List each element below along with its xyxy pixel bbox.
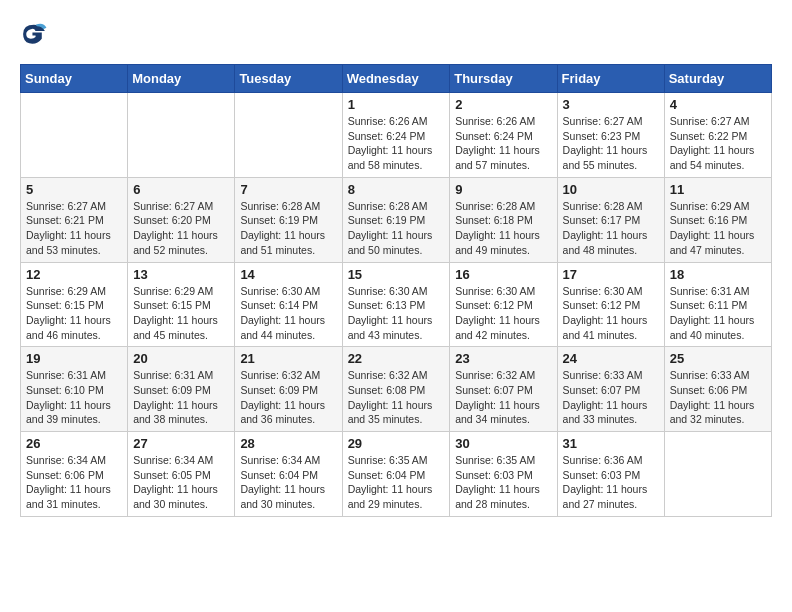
day-info: Sunrise: 6:28 AM Sunset: 6:19 PM Dayligh… <box>348 199 445 258</box>
day-number: 20 <box>133 351 229 366</box>
day-info: Sunrise: 6:30 AM Sunset: 6:12 PM Dayligh… <box>563 284 659 343</box>
calendar-cell: 3Sunrise: 6:27 AM Sunset: 6:23 PM Daylig… <box>557 93 664 178</box>
day-info: Sunrise: 6:27 AM Sunset: 6:22 PM Dayligh… <box>670 114 766 173</box>
calendar-cell <box>235 93 342 178</box>
day-info: Sunrise: 6:33 AM Sunset: 6:07 PM Dayligh… <box>563 368 659 427</box>
day-number: 3 <box>563 97 659 112</box>
day-number: 22 <box>348 351 445 366</box>
calendar-cell: 22Sunrise: 6:32 AM Sunset: 6:08 PM Dayli… <box>342 347 450 432</box>
logo <box>20 20 54 48</box>
day-number: 5 <box>26 182 122 197</box>
day-info: Sunrise: 6:31 AM Sunset: 6:10 PM Dayligh… <box>26 368 122 427</box>
calendar-week-row: 5Sunrise: 6:27 AM Sunset: 6:21 PM Daylig… <box>21 177 772 262</box>
day-number: 12 <box>26 267 122 282</box>
day-info: Sunrise: 6:32 AM Sunset: 6:08 PM Dayligh… <box>348 368 445 427</box>
calendar-cell: 24Sunrise: 6:33 AM Sunset: 6:07 PM Dayli… <box>557 347 664 432</box>
day-number: 1 <box>348 97 445 112</box>
day-info: Sunrise: 6:29 AM Sunset: 6:15 PM Dayligh… <box>26 284 122 343</box>
calendar-cell <box>21 93 128 178</box>
calendar-week-row: 12Sunrise: 6:29 AM Sunset: 6:15 PM Dayli… <box>21 262 772 347</box>
day-info: Sunrise: 6:36 AM Sunset: 6:03 PM Dayligh… <box>563 453 659 512</box>
calendar-cell: 19Sunrise: 6:31 AM Sunset: 6:10 PM Dayli… <box>21 347 128 432</box>
weekday-header: Thursday <box>450 65 557 93</box>
calendar-cell: 26Sunrise: 6:34 AM Sunset: 6:06 PM Dayli… <box>21 432 128 517</box>
day-info: Sunrise: 6:28 AM Sunset: 6:17 PM Dayligh… <box>563 199 659 258</box>
calendar-cell: 7Sunrise: 6:28 AM Sunset: 6:19 PM Daylig… <box>235 177 342 262</box>
day-number: 26 <box>26 436 122 451</box>
day-number: 19 <box>26 351 122 366</box>
day-number: 25 <box>670 351 766 366</box>
day-number: 28 <box>240 436 336 451</box>
calendar-cell <box>664 432 771 517</box>
calendar-cell: 29Sunrise: 6:35 AM Sunset: 6:04 PM Dayli… <box>342 432 450 517</box>
day-number: 16 <box>455 267 551 282</box>
day-info: Sunrise: 6:34 AM Sunset: 6:04 PM Dayligh… <box>240 453 336 512</box>
weekday-header: Sunday <box>21 65 128 93</box>
day-info: Sunrise: 6:26 AM Sunset: 6:24 PM Dayligh… <box>348 114 445 173</box>
calendar-cell: 9Sunrise: 6:28 AM Sunset: 6:18 PM Daylig… <box>450 177 557 262</box>
day-info: Sunrise: 6:35 AM Sunset: 6:04 PM Dayligh… <box>348 453 445 512</box>
weekday-header: Friday <box>557 65 664 93</box>
day-number: 11 <box>670 182 766 197</box>
calendar-header-row: SundayMondayTuesdayWednesdayThursdayFrid… <box>21 65 772 93</box>
day-number: 23 <box>455 351 551 366</box>
day-info: Sunrise: 6:28 AM Sunset: 6:18 PM Dayligh… <box>455 199 551 258</box>
calendar-cell: 31Sunrise: 6:36 AM Sunset: 6:03 PM Dayli… <box>557 432 664 517</box>
calendar-cell: 20Sunrise: 6:31 AM Sunset: 6:09 PM Dayli… <box>128 347 235 432</box>
calendar-cell: 1Sunrise: 6:26 AM Sunset: 6:24 PM Daylig… <box>342 93 450 178</box>
day-number: 13 <box>133 267 229 282</box>
day-info: Sunrise: 6:35 AM Sunset: 6:03 PM Dayligh… <box>455 453 551 512</box>
day-number: 8 <box>348 182 445 197</box>
day-info: Sunrise: 6:27 AM Sunset: 6:23 PM Dayligh… <box>563 114 659 173</box>
calendar-cell: 5Sunrise: 6:27 AM Sunset: 6:21 PM Daylig… <box>21 177 128 262</box>
calendar-cell: 4Sunrise: 6:27 AM Sunset: 6:22 PM Daylig… <box>664 93 771 178</box>
calendar-week-row: 19Sunrise: 6:31 AM Sunset: 6:10 PM Dayli… <box>21 347 772 432</box>
day-info: Sunrise: 6:30 AM Sunset: 6:13 PM Dayligh… <box>348 284 445 343</box>
day-info: Sunrise: 6:30 AM Sunset: 6:14 PM Dayligh… <box>240 284 336 343</box>
day-info: Sunrise: 6:28 AM Sunset: 6:19 PM Dayligh… <box>240 199 336 258</box>
calendar-cell: 12Sunrise: 6:29 AM Sunset: 6:15 PM Dayli… <box>21 262 128 347</box>
day-number: 14 <box>240 267 336 282</box>
day-info: Sunrise: 6:27 AM Sunset: 6:21 PM Dayligh… <box>26 199 122 258</box>
day-info: Sunrise: 6:27 AM Sunset: 6:20 PM Dayligh… <box>133 199 229 258</box>
calendar-week-row: 26Sunrise: 6:34 AM Sunset: 6:06 PM Dayli… <box>21 432 772 517</box>
day-number: 29 <box>348 436 445 451</box>
calendar-cell: 27Sunrise: 6:34 AM Sunset: 6:05 PM Dayli… <box>128 432 235 517</box>
weekday-header: Saturday <box>664 65 771 93</box>
calendar-cell: 11Sunrise: 6:29 AM Sunset: 6:16 PM Dayli… <box>664 177 771 262</box>
day-number: 9 <box>455 182 551 197</box>
day-info: Sunrise: 6:34 AM Sunset: 6:06 PM Dayligh… <box>26 453 122 512</box>
day-info: Sunrise: 6:31 AM Sunset: 6:09 PM Dayligh… <box>133 368 229 427</box>
day-info: Sunrise: 6:29 AM Sunset: 6:16 PM Dayligh… <box>670 199 766 258</box>
day-number: 27 <box>133 436 229 451</box>
calendar-cell <box>128 93 235 178</box>
day-info: Sunrise: 6:32 AM Sunset: 6:07 PM Dayligh… <box>455 368 551 427</box>
calendar-cell: 17Sunrise: 6:30 AM Sunset: 6:12 PM Dayli… <box>557 262 664 347</box>
calendar-cell: 6Sunrise: 6:27 AM Sunset: 6:20 PM Daylig… <box>128 177 235 262</box>
calendar-cell: 2Sunrise: 6:26 AM Sunset: 6:24 PM Daylig… <box>450 93 557 178</box>
calendar-cell: 16Sunrise: 6:30 AM Sunset: 6:12 PM Dayli… <box>450 262 557 347</box>
calendar-cell: 18Sunrise: 6:31 AM Sunset: 6:11 PM Dayli… <box>664 262 771 347</box>
day-number: 21 <box>240 351 336 366</box>
calendar-cell: 10Sunrise: 6:28 AM Sunset: 6:17 PM Dayli… <box>557 177 664 262</box>
day-number: 30 <box>455 436 551 451</box>
day-info: Sunrise: 6:26 AM Sunset: 6:24 PM Dayligh… <box>455 114 551 173</box>
day-number: 17 <box>563 267 659 282</box>
day-info: Sunrise: 6:32 AM Sunset: 6:09 PM Dayligh… <box>240 368 336 427</box>
page-header <box>20 20 772 48</box>
day-number: 18 <box>670 267 766 282</box>
calendar-cell: 21Sunrise: 6:32 AM Sunset: 6:09 PM Dayli… <box>235 347 342 432</box>
weekday-header: Monday <box>128 65 235 93</box>
day-info: Sunrise: 6:31 AM Sunset: 6:11 PM Dayligh… <box>670 284 766 343</box>
day-number: 6 <box>133 182 229 197</box>
calendar-table: SundayMondayTuesdayWednesdayThursdayFrid… <box>20 64 772 517</box>
day-number: 24 <box>563 351 659 366</box>
day-info: Sunrise: 6:29 AM Sunset: 6:15 PM Dayligh… <box>133 284 229 343</box>
day-number: 7 <box>240 182 336 197</box>
weekday-header: Wednesday <box>342 65 450 93</box>
calendar-cell: 8Sunrise: 6:28 AM Sunset: 6:19 PM Daylig… <box>342 177 450 262</box>
calendar-cell: 13Sunrise: 6:29 AM Sunset: 6:15 PM Dayli… <box>128 262 235 347</box>
day-info: Sunrise: 6:33 AM Sunset: 6:06 PM Dayligh… <box>670 368 766 427</box>
day-info: Sunrise: 6:30 AM Sunset: 6:12 PM Dayligh… <box>455 284 551 343</box>
calendar-week-row: 1Sunrise: 6:26 AM Sunset: 6:24 PM Daylig… <box>21 93 772 178</box>
